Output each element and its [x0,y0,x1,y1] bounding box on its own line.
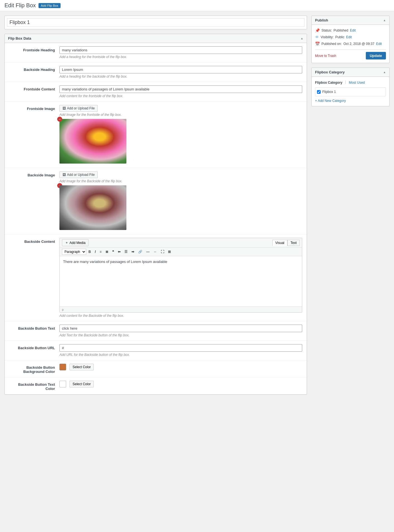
backside-button-url-input[interactable] [59,344,302,352]
flipbox-category-chevron: ▲ [383,71,386,74]
post-title-input[interactable] [7,18,304,27]
frontside-upload-button[interactable]: 🖼 Add or Upload File [59,105,98,112]
status-value: Published [333,28,348,32]
status-label: Status: [321,28,332,32]
backside-button-text-row: Backside Button Text Add Text for the Ba… [5,321,307,341]
unordered-list-button[interactable]: ≡ [98,249,103,255]
backside-content-editor[interactable]: There are many variations of passages of… [60,256,302,306]
flip-box-data-metabox: Flip Box Data ▲ Frontside Heading Add a … [4,34,307,395]
page-title: Edit Flip Box [4,2,36,9]
editor-tabs-bar: ＋ Add Media Visual Text [60,238,302,248]
bold-button[interactable]: B [87,249,93,255]
calendar-icon: 📅 [315,42,320,46]
backside-bg-color-label: Backside Button Background Color [9,364,59,374]
left-column: Flip Box Data ▲ Frontside Heading Add a … [4,16,307,399]
backside-image-content: 🖼 Add or Upload File Add Image for the B… [59,171,302,231]
add-new-category-link[interactable]: + Add New Category [315,99,346,103]
flip-box-data-header[interactable]: Flip Box Data ▲ [5,34,307,43]
backside-heading-label: Backside Heading [9,66,59,72]
add-flip-box-button[interactable]: Add Flip Box [39,3,60,8]
backside-text-color-label: Backside Button Text Color [9,381,59,391]
flipbox-category-content: Flipbox Category | Most Used Flipbox 1 +… [312,77,389,106]
frontside-upload-label: Add or Upload File [67,106,95,110]
right-column: Publish ▲ 📌 Status: Published Edit 👁 Vis… [311,16,390,399]
frontside-content-row: Frontside Content Add content for the fr… [5,82,307,102]
text-select-color-button[interactable]: Select Color [69,381,94,387]
backside-content-field: ＋ Add Media Visual Text Paragr [59,238,302,318]
backside-image [59,185,126,230]
toolbar-toggle-button[interactable]: ⊞ [166,249,172,255]
backside-upload-button[interactable]: 🖼 Add or Upload File [59,171,98,178]
blockquote-button[interactable]: ❝ [110,249,116,255]
flipbox-category-box: Flipbox Category ▲ Flipbox Category | Mo… [311,68,390,106]
publish-box: Publish ▲ 📌 Status: Published Edit 👁 Vis… [311,16,390,63]
frontside-content-hint: Add content for the frontside of the fli… [59,94,302,98]
publish-box-content: 📌 Status: Published Edit 👁 Visibility: P… [312,25,389,63]
visibility-value: Public [335,35,344,39]
frontside-heading-input[interactable] [59,46,302,54]
category-tabs: Flipbox Category | Most Used [315,80,386,85]
backside-button-text-input[interactable] [59,325,302,332]
bg-color-row: Select Color [59,364,302,370]
backside-image-row: Backside Image 🖼 Add or Upload File Add … [5,168,307,234]
published-edit-link[interactable]: Edit [376,42,382,46]
frontside-remove-image-button[interactable]: − [57,117,62,122]
status-edit-link[interactable]: Edit [350,28,356,32]
bg-select-color-button[interactable]: Select Color [69,364,94,370]
update-button[interactable]: Update [366,52,386,59]
all-categories-tab[interactable]: Flipbox Category [315,80,342,85]
backside-heading-input[interactable] [59,66,302,73]
visibility-edit-link[interactable]: Edit [346,35,352,39]
align-left-button[interactable]: ⬅ [116,249,122,255]
frontside-image-hint: Add Image for the frontside of the flip … [59,113,302,117]
flipbox1-checkbox[interactable] [317,90,321,94]
read-more-button[interactable]: ↔ [152,249,158,255]
frontside-image-row: Frontside Image 🖼 Add or Upload File Add… [5,102,307,168]
add-media-button[interactable]: ＋ Add Media [62,239,88,246]
frontside-content-input[interactable] [59,85,302,93]
paragraph-select[interactable]: Paragraph [62,249,86,255]
add-media-icon: ＋ [65,240,68,245]
most-used-tab[interactable]: Most Used [349,80,365,85]
visibility-row: 👁 Visibility: Public Edit [315,35,386,39]
backside-button-text-label: Backside Button Text [9,325,59,330]
backside-image-preview: − [59,185,126,230]
publish-box-header[interactable]: Publish ▲ [312,16,389,25]
backside-heading-hint: Add a heading for the backside of the fl… [59,75,302,78]
frontside-heading-row: Frontside Heading Add a heading for the … [5,43,307,63]
main-container: Flip Box Data ▲ Frontside Heading Add a … [0,11,394,404]
publish-title: Publish [315,18,328,22]
visibility-label: Visibility: [321,35,333,39]
add-media-label: Add Media [69,241,85,245]
page-header: Edit Flip Box Add Flip Box [0,0,394,11]
backside-image-hint: Add Image for the Backside of the flip b… [59,179,302,183]
move-trash-link[interactable]: Move to Trash [315,54,336,58]
fullscreen-button[interactable]: ⛶ [159,249,166,255]
frontside-image [59,119,126,164]
horizontal-rule-button[interactable]: — [145,249,151,255]
backside-button-url-label: Backside Button URL [9,344,59,350]
text-color-swatch[interactable] [59,381,66,387]
ordered-list-button[interactable]: ≣ [104,249,110,255]
italic-button[interactable]: I [93,249,97,255]
backside-button-text-content: Add Text for the Backside button of the … [59,325,302,337]
editor-footer: p [60,306,302,312]
flipbox-category-title: Flipbox Category [315,70,345,74]
frontside-image-content: 🖼 Add or Upload File Add Image for the f… [59,105,302,164]
backside-button-text-hint: Add Text for the Backside button of the … [59,333,302,337]
tab-divider: | [345,80,346,85]
backside-bg-color-content: Select Color [59,364,302,370]
bg-color-swatch[interactable] [59,364,66,370]
backside-button-url-content: Add URL for the Backside button of the f… [59,344,302,357]
tab-text[interactable]: Text [287,240,300,246]
backside-button-url-row: Backside Button URL Add URL for the Back… [5,341,307,360]
upload-icon-back: 🖼 [63,173,66,177]
link-button[interactable]: 🔗 [136,249,144,255]
upload-icon: 🖼 [63,106,66,110]
align-right-button[interactable]: ➡ [130,249,136,255]
flipbox-category-header[interactable]: Flipbox Category ▲ [312,68,389,77]
tab-visual[interactable]: Visual [272,240,287,246]
frontside-image-label: Frontside Image [9,105,59,111]
align-center-button[interactable]: ☰ [123,249,129,255]
published-on-row: 📅 Published on: Oct 2, 2018 @ 09:37 Edit [315,42,386,46]
